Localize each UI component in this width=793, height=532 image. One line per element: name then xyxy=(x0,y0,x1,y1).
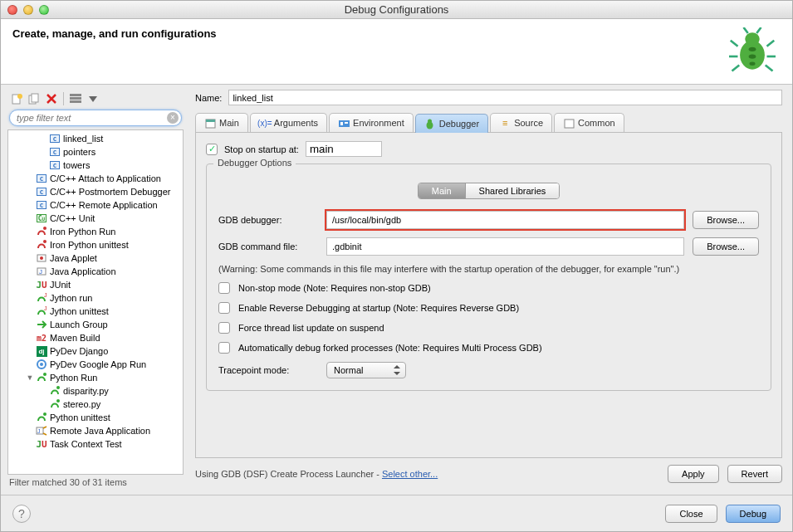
py-green-icon xyxy=(35,371,48,384)
filter-field[interactable]: × xyxy=(9,110,182,126)
tree-item[interactable]: JRemote Java Application xyxy=(8,424,183,437)
py-green-icon xyxy=(48,384,61,398)
tree-item[interactable]: JUJUnit xyxy=(8,278,183,291)
tab-main[interactable]: Main xyxy=(195,113,248,132)
reverse-checkbox[interactable] xyxy=(218,302,230,314)
c-blue-icon: c xyxy=(48,145,61,159)
stop-on-startup-checkbox[interactable]: ✓ xyxy=(206,144,218,155)
gdb-cmdfile-input[interactable] xyxy=(326,237,684,256)
tree-item[interactable]: PyDev Google App Run xyxy=(8,358,183,371)
tree-item[interactable]: Java Applet xyxy=(8,251,183,265)
close-button[interactable]: Close xyxy=(665,505,717,523)
tree-item-label: Java Applet xyxy=(50,253,97,263)
common-tab-icon xyxy=(563,117,575,129)
twist-icon[interactable]: ▼ xyxy=(25,373,35,382)
tree-item[interactable]: disparity.py xyxy=(8,384,183,398)
tree-item[interactable]: cC/C++ Remote Application xyxy=(8,198,183,212)
tab-environment[interactable]: Environment xyxy=(329,113,414,132)
delete-config-icon[interactable] xyxy=(44,91,59,106)
tree-item[interactable]: m2Maven Build xyxy=(8,331,183,344)
name-label: Name: xyxy=(195,93,222,103)
tree-item[interactable]: cC/C++ Postmortem Debugger xyxy=(8,185,183,198)
tree-item[interactable]: djPyDev Django xyxy=(8,344,183,358)
force-checkbox[interactable] xyxy=(218,322,230,334)
tree-item[interactable]: cpointers xyxy=(8,145,183,159)
tree-item[interactable]: cC/C++ Attach to Application xyxy=(8,172,183,185)
tree-item[interactable]: Python unittest xyxy=(8,411,183,424)
tree-item-label: JUnit xyxy=(50,280,71,290)
new-config-icon[interactable] xyxy=(9,91,24,106)
filter-dropdown-icon[interactable] xyxy=(86,91,100,106)
environment-tab-icon xyxy=(338,117,350,129)
debugger-options-legend: Debugger Options xyxy=(213,158,296,168)
py-red-icon xyxy=(35,225,48,238)
subtab-shared-libraries[interactable]: Shared Libraries xyxy=(466,183,560,198)
tree-item[interactable]: JJava Application xyxy=(8,265,183,278)
junit-icon: JU xyxy=(35,278,48,291)
tree-item[interactable]: Iron Python Run xyxy=(8,225,183,238)
tree-item-label: Launch Group xyxy=(50,320,108,329)
svg-rect-16 xyxy=(32,94,38,102)
tree-item[interactable]: CUC/C++ Unit xyxy=(8,212,183,225)
remote-java-icon: J xyxy=(35,424,48,437)
main-tab-icon xyxy=(204,117,216,129)
svg-line-2 xyxy=(731,41,738,46)
autofork-checkbox[interactable] xyxy=(218,342,230,354)
tab-label: Common xyxy=(578,118,615,128)
tree-item-label: disparity.py xyxy=(63,386,109,396)
window-title: Debug Configurations xyxy=(1,3,792,16)
tree-item-label: PyDev Google App Run xyxy=(50,359,146,369)
clear-filter-icon[interactable]: × xyxy=(167,112,179,124)
select-other-link[interactable]: Select other... xyxy=(382,469,438,479)
tree-item[interactable]: JJython run xyxy=(8,291,183,305)
help-icon[interactable]: ? xyxy=(12,505,31,523)
tracepoint-select[interactable]: Normal xyxy=(326,362,406,378)
tree-item-label: PyDev Django xyxy=(50,346,108,356)
tab-arguments[interactable]: (x)=Arguments xyxy=(250,113,327,132)
launcher-row: Using GDB (DSF) Create Process Launcher … xyxy=(190,458,787,490)
tree-item[interactable]: JUTask Context Test xyxy=(8,437,183,451)
stop-on-startup-input[interactable] xyxy=(306,141,382,157)
arguments-tab-icon: (x)= xyxy=(259,117,271,129)
subtab-main[interactable]: Main xyxy=(419,183,466,198)
tree-item[interactable]: Launch Group xyxy=(8,318,183,331)
filter-input[interactable] xyxy=(9,110,182,126)
svg-line-8 xyxy=(744,27,748,33)
tab-debugger[interactable]: Debugger xyxy=(415,114,488,133)
config-tree[interactable]: clinked_listcpointersctowerscC/C++ Attac… xyxy=(7,129,184,475)
svg-rect-38 xyxy=(339,120,350,127)
gdb-browse-button[interactable]: Browse... xyxy=(693,211,759,229)
cmdfile-browse-button[interactable]: Browse... xyxy=(693,237,759,256)
tree-item[interactable]: ▼Python Run xyxy=(8,371,183,384)
svg-point-21 xyxy=(43,240,47,243)
collapse-all-icon[interactable] xyxy=(68,91,83,106)
tree-item[interactable]: clinked_list xyxy=(8,132,183,145)
right-panel: Name: Main(x)=ArgumentsEnvironmentDebugg… xyxy=(190,90,787,490)
tree-item-label: Remote Java Application xyxy=(50,426,150,436)
apply-button[interactable]: Apply xyxy=(668,465,719,483)
debugger-tab-content: ✓ Stop on startup at: Debugger Options M… xyxy=(195,132,782,458)
java-icon: J xyxy=(35,265,48,278)
revert-button[interactable]: Revert xyxy=(727,465,782,483)
gdb-debugger-input[interactable] xyxy=(326,211,684,229)
tree-item[interactable]: ctowers xyxy=(8,159,183,172)
tree-item[interactable]: JJython unittest xyxy=(8,305,183,318)
debugger-subtabs[interactable]: MainShared Libraries xyxy=(418,183,560,199)
tree-item-label: towers xyxy=(63,160,90,170)
svg-point-11 xyxy=(749,54,756,58)
nonstop-checkbox[interactable] xyxy=(218,282,230,294)
tab-source[interactable]: ≡Source xyxy=(490,113,552,132)
header: Create, manage, and run configurations xyxy=(1,19,792,85)
duplicate-config-icon[interactable] xyxy=(27,91,42,106)
tree-item[interactable]: stereo.py xyxy=(8,398,183,411)
tracepoint-label: Tracepoint mode: xyxy=(218,365,318,375)
reverse-label: Enable Reverse Debugging at startup (Not… xyxy=(238,303,519,313)
tab-common[interactable]: Common xyxy=(554,113,624,132)
tree-item[interactable]: Iron Python unittest xyxy=(8,238,183,251)
svg-text:J: J xyxy=(37,428,41,434)
tree-item-label: C/C++ Postmortem Debugger xyxy=(50,187,171,197)
name-input[interactable] xyxy=(228,90,782,105)
tree-item-label: Maven Build xyxy=(50,333,100,343)
tree-item-label: Iron Python unittest xyxy=(50,240,129,250)
debug-button[interactable]: Debug xyxy=(726,505,781,523)
